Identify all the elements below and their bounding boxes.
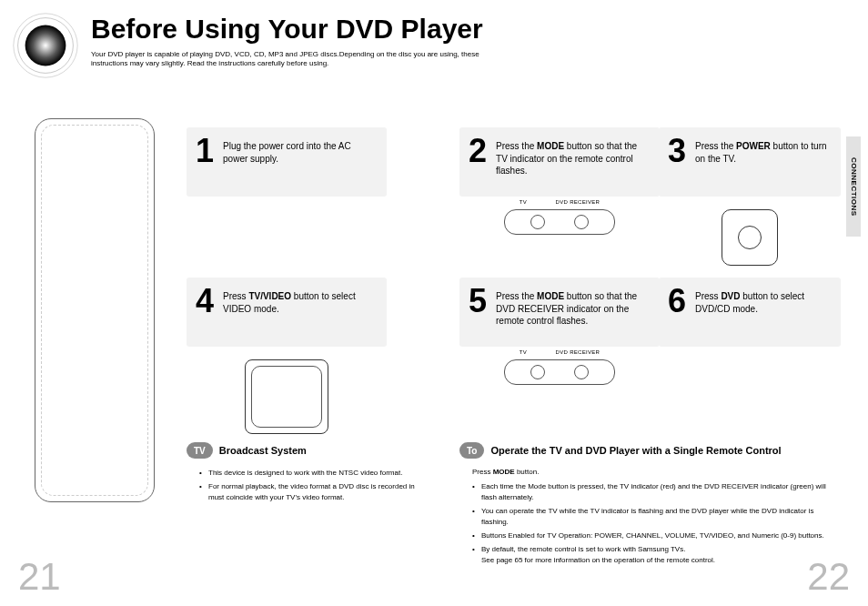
page-title: Before Using Your DVD Player	[91, 14, 841, 45]
section-tab-label: CONNECTIONS	[850, 157, 858, 217]
list-item: Each time the Mode button is pressed, th…	[472, 481, 842, 503]
section-heading: To Operate the TV and DVD Player with a …	[459, 442, 842, 459]
step-2: 2 Press the MODE button so that the TV i…	[459, 127, 660, 235]
step-5: 5 Press the MODE button so that the DVD …	[459, 278, 660, 385]
list-item: By default, the remote control is set to…	[472, 544, 842, 566]
step-number: 1	[196, 135, 214, 167]
manual-page: Before Using Your DVD Player Your DVD pl…	[0, 0, 868, 606]
tv-icon	[245, 359, 328, 434]
step-text: Press DVD button to select DVD/CD mode.	[695, 285, 832, 315]
page-subtitle: Your DVD player is capable of playing DV…	[91, 50, 491, 69]
step-text: Press the MODE button so that the DVD RE…	[496, 285, 651, 328]
page-number-left: 21	[18, 555, 61, 599]
step-number: 6	[668, 285, 686, 318]
page-number-right: 22	[807, 555, 850, 599]
hand-icon	[722, 209, 778, 266]
tv-broadcast-section: TV Broadcast System This device is desig…	[187, 442, 432, 506]
step-number: 3	[668, 135, 686, 167]
step-number: 5	[469, 285, 487, 318]
bullet-list: Each time the Mode button is pressed, th…	[472, 481, 842, 566]
mode-indicator-illustration: TVDVD RECEIVER	[459, 209, 660, 235]
step-text: Press the POWER button to turn on the TV…	[695, 135, 832, 165]
step-1: 1 Plug the power cord into the AC power …	[187, 127, 387, 197]
step-6: 6 Press DVD button to select DVD/CD mode…	[659, 278, 841, 347]
bullet-list: This device is designed to work with the…	[199, 468, 432, 503]
section-tab: CONNECTIONS	[846, 136, 861, 237]
chip-to: To	[459, 442, 484, 459]
section-heading: TV Broadcast System	[187, 442, 432, 459]
svg-point-2	[25, 25, 66, 66]
step-3: 3 Press the POWER button to turn on the …	[659, 127, 841, 266]
single-remote-section: To Operate the TV and DVD Player with a …	[459, 442, 842, 569]
tv-screen-illustration	[187, 359, 387, 434]
step-4: 4 Press TV/VIDEO button to select VIDEO …	[187, 278, 387, 434]
step-number: 4	[196, 285, 214, 318]
list-item: Buttons Enabled for TV Operation: POWER,…	[472, 530, 842, 541]
list-item: For normal playback, the video format a …	[199, 481, 432, 503]
press-instruction: Press MODE button.	[472, 468, 842, 476]
step-text: Press TV/VIDEO button to select VIDEO mo…	[223, 285, 378, 315]
list-item: This device is designed to work with the…	[199, 468, 432, 479]
header: Before Using Your DVD Player Your DVD pl…	[64, 14, 841, 69]
step-text: Press the MODE button so that the TV ind…	[496, 135, 651, 177]
step-number: 2	[469, 135, 487, 167]
step-text: Plug the power cord into the AC power su…	[223, 135, 378, 165]
mode-indicator-illustration: TVDVD RECEIVER	[459, 359, 660, 385]
power-press-illustration	[659, 209, 841, 266]
remote-illustration	[35, 118, 155, 502]
chip-tv: TV	[187, 442, 213, 459]
list-item: You can operate the TV while the TV indi…	[472, 506, 842, 528]
